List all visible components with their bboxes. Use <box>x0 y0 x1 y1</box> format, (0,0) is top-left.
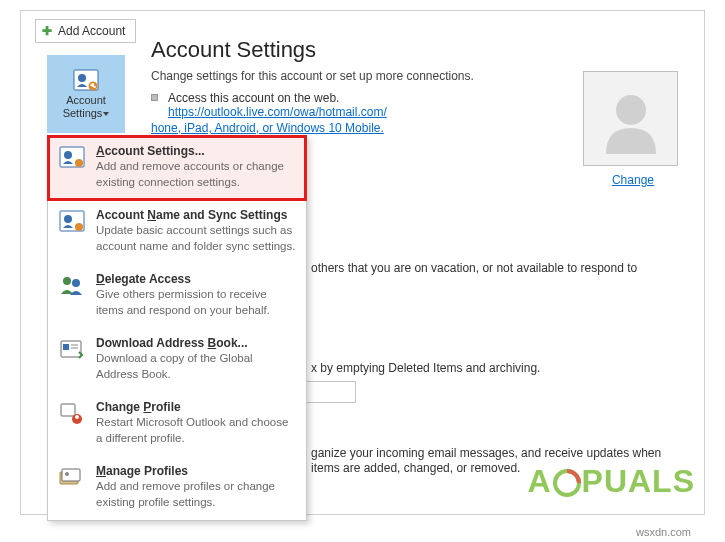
menu-item-desc: Add and remove profiles or change existi… <box>96 479 296 510</box>
menu-item-title: Account Settings... <box>96 144 296 158</box>
ooo-text-line: others that you are on vacation, or not … <box>311 261 684 275</box>
chevron-down-icon <box>103 112 109 116</box>
svg-point-1 <box>78 74 86 82</box>
outlook-account-pane: ✚ Add Account Account Settings Account S… <box>20 10 705 515</box>
svg-rect-18 <box>61 404 75 416</box>
menu-item-title: Account Name and Sync Settings <box>96 208 296 222</box>
menu-item-name-sync[interactable]: Account Name and Sync Settings Update ba… <box>48 200 306 264</box>
person-silhouette-icon <box>596 84 666 154</box>
add-account-button[interactable]: ✚ Add Account <box>35 19 136 43</box>
rules-text-line1: ganize your incoming email messages, and… <box>311 446 684 460</box>
menu-item-desc: Download a copy of the Global Address Bo… <box>96 351 296 382</box>
svg-rect-15 <box>63 344 69 350</box>
svg-point-13 <box>72 279 80 287</box>
svg-point-7 <box>64 151 72 159</box>
account-avatar <box>583 71 678 166</box>
account-settings-dropdown-button[interactable]: Account Settings <box>47 55 125 133</box>
owa-link[interactable]: https://outlook.live.com/owa/hotmail.com… <box>168 105 387 119</box>
menu-item-account-settings[interactable]: Account Settings... Add and remove accou… <box>48 136 306 200</box>
change-profile-icon <box>58 400 86 446</box>
menu-item-desc: Add and remove accounts or change existi… <box>96 159 296 190</box>
menu-item-manage-profiles[interactable]: Manage Profiles Add and remove profiles … <box>48 456 306 520</box>
menu-item-desc: Update basic account settings such as ac… <box>96 223 296 254</box>
plus-icon: ✚ <box>42 24 52 38</box>
bullet-icon <box>151 94 158 101</box>
menu-item-desc: Give others permission to receive items … <box>96 287 296 318</box>
add-account-label: Add Account <box>58 24 125 38</box>
menu-item-download-address-book[interactable]: Download Address Book... Download a copy… <box>48 328 306 392</box>
menu-item-title: Manage Profiles <box>96 464 296 478</box>
svg-point-10 <box>64 215 72 223</box>
mobile-apps-link[interactable]: hone, iPad, Android, or Windows 10 Mobil… <box>151 121 384 135</box>
account-settings-menu: Account Settings... Add and remove accou… <box>47 135 307 521</box>
access-web-label: Access this account on the web. <box>168 91 387 105</box>
menu-item-delegate-access[interactable]: Delegate Access Give others permission t… <box>48 264 306 328</box>
menu-item-title: Change Profile <box>96 400 296 414</box>
page-title: Account Settings <box>151 37 686 63</box>
mailbox-text-line: x by emptying Deleted Items and archivin… <box>311 361 684 375</box>
menu-item-title: Download Address Book... <box>96 336 296 350</box>
menu-item-desc: Restart Microsoft Outlook and choose a d… <box>96 415 296 446</box>
change-photo-link[interactable]: Change <box>612 173 654 187</box>
svg-point-5 <box>616 95 646 125</box>
account-settings-label: Account Settings <box>63 94 110 119</box>
menu-item-change-profile[interactable]: Change Profile Restart Microsoft Outlook… <box>48 392 306 456</box>
rules-text-line2: items are added, changed, or removed. <box>311 461 684 475</box>
svg-point-12 <box>63 277 71 285</box>
svg-point-20 <box>75 415 79 419</box>
menu-item-title: Delegate Access <box>96 272 296 286</box>
svg-point-11 <box>75 223 83 231</box>
manage-profiles-icon <box>58 464 86 510</box>
account-card-icon <box>73 69 99 91</box>
svg-rect-22 <box>62 469 80 481</box>
svg-point-8 <box>75 159 83 167</box>
account-card-icon <box>58 144 86 190</box>
source-label: wsxdn.com <box>636 526 691 538</box>
address-book-icon <box>58 336 86 382</box>
people-icon <box>58 272 86 318</box>
account-sync-icon <box>58 208 86 254</box>
svg-point-23 <box>65 472 69 476</box>
